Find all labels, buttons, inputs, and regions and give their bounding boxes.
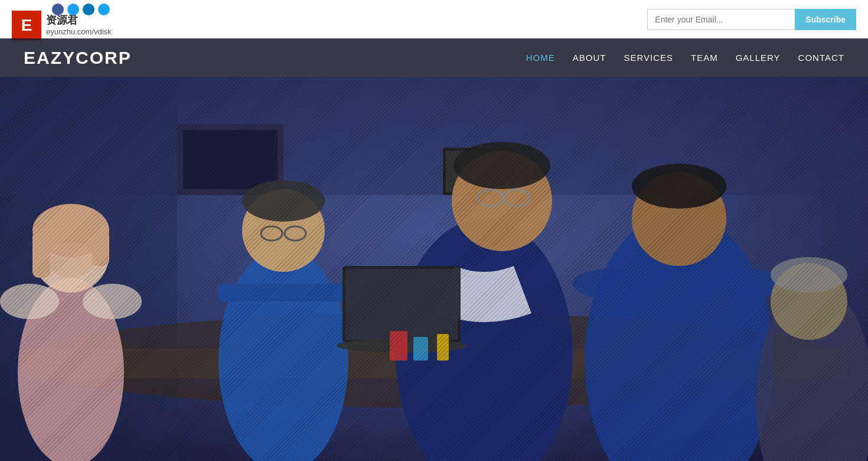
- twitter-icon[interactable]: [67, 4, 79, 15]
- nav-item-team[interactable]: TEAM: [691, 53, 718, 63]
- svg-rect-42: [390, 331, 407, 361]
- svg-point-20: [242, 180, 325, 222]
- nav-item-about[interactable]: ABOUT: [573, 53, 606, 63]
- nav-link-team[interactable]: TEAM: [691, 53, 718, 63]
- svg-point-34: [573, 269, 644, 298]
- svg-rect-44: [437, 334, 449, 361]
- subscribe-area: Subscribe: [647, 9, 856, 30]
- nav-link-services[interactable]: SERVICES: [624, 53, 673, 63]
- nav-links: HOME ABOUT SERVICES TEAM GALLERY CONTACT: [526, 53, 844, 63]
- nav-item-gallery[interactable]: GALLERY: [736, 53, 781, 63]
- svg-point-38: [771, 257, 847, 293]
- twitter2-icon[interactable]: [98, 4, 110, 15]
- subscribe-button[interactable]: Subscribe: [795, 9, 856, 30]
- nav-link-contact[interactable]: CONTACT: [798, 53, 844, 63]
- navbar: EAZYCORP HOME ABOUT SERVICES TEAM GALLER…: [0, 38, 868, 77]
- svg-point-16: [0, 284, 59, 319]
- watermark-url: eyunzhu.com/vdisk: [46, 27, 112, 36]
- svg-rect-40: [345, 269, 458, 340]
- facebook-icon[interactable]: [52, 4, 64, 15]
- watermark-title: 资源君: [46, 14, 112, 27]
- hero-image: [0, 77, 868, 461]
- svg-rect-4: [183, 130, 278, 189]
- nav-item-home[interactable]: HOME: [526, 53, 555, 63]
- nav-item-contact[interactable]: CONTACT: [798, 53, 844, 63]
- nav-link-gallery[interactable]: GALLERY: [736, 53, 781, 63]
- social-icons: [52, 4, 110, 15]
- brand: EAZYCORP: [24, 48, 132, 68]
- svg-rect-24: [218, 284, 348, 301]
- watermark-logo: E: [12, 11, 41, 40]
- svg-rect-43: [413, 337, 428, 361]
- svg-point-27: [453, 142, 550, 189]
- watermark: E 资源君 eyunzhu.com/vdisk: [12, 0, 112, 40]
- nav-link-home[interactable]: HOME: [526, 53, 555, 63]
- linkedin-icon[interactable]: [83, 4, 94, 15]
- svg-rect-13: [32, 230, 50, 278]
- email-input[interactable]: [647, 9, 795, 30]
- nav-link-about[interactable]: ABOUT: [573, 53, 606, 63]
- nav-item-services[interactable]: SERVICES: [624, 53, 673, 63]
- hero-section: [0, 77, 868, 461]
- svg-point-17: [83, 284, 142, 319]
- svg-point-33: [632, 164, 726, 209]
- top-bar: E 资源君 eyunzhu.com/vdisk Subscribe: [0, 0, 868, 38]
- svg-point-15: [47, 242, 94, 278]
